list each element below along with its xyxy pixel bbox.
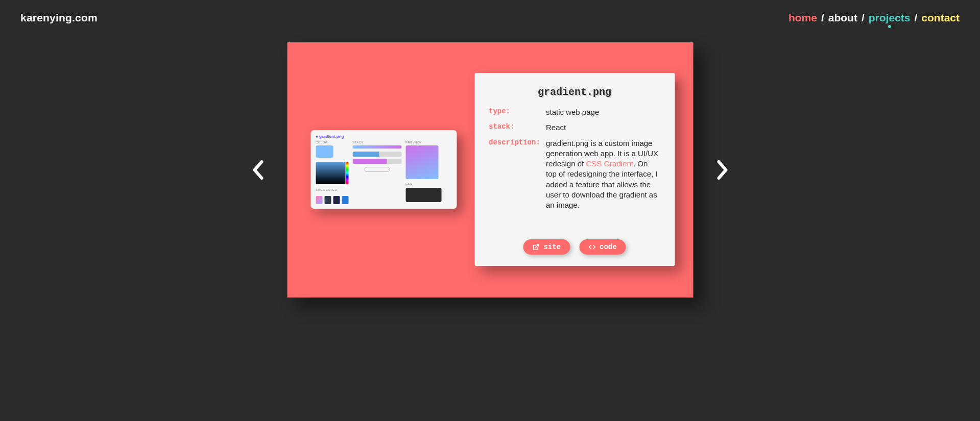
site-button-label: site [543,243,561,251]
thumb-css-box [405,188,441,202]
thumb-preview-label: PREVIEW [405,141,445,144]
nav-separator: / [821,12,824,24]
external-link-icon [532,243,539,251]
nav-separator: / [914,12,917,24]
type-label: type: [489,107,546,117]
project-screenshot: ● gradient.png COLOR SUGGESTED STACK [310,130,457,209]
primary-nav: home / about / projects / contact [788,12,960,24]
stack-value: React [546,122,566,133]
site-button[interactable]: site [523,239,570,255]
header: karenying.com home / about / projects / … [0,0,980,36]
css-gradient-link[interactable]: CSS Gradient [586,159,633,168]
carousel-next-button[interactable] [715,160,729,180]
thumb-swatch [316,145,333,158]
code-icon [588,243,595,251]
chevron-left-icon [251,160,265,180]
thumb-css-label: CSS [405,182,445,185]
description-value: gradient.png is a custom image generatio… [546,138,660,211]
nav-contact[interactable]: contact [921,12,960,24]
carousel-prev-button[interactable] [251,160,265,180]
type-value: static web page [546,107,599,117]
nav-about[interactable]: about [828,12,857,24]
thumb-suggested-swatches [316,196,348,204]
thumb-suggested-label: SUGGESTED [316,188,348,191]
thumb-title: ● gradient.png [316,134,451,139]
project-card: ● gradient.png COLOR SUGGESTED STACK [287,42,693,298]
nav-projects[interactable]: projects [869,12,911,24]
site-logo[interactable]: karenying.com [20,12,98,24]
chevron-right-icon [715,160,729,180]
project-title: gradient.png [489,86,660,98]
thumb-stack-label: STACK [352,141,401,144]
code-button-label: code [600,243,617,251]
thumb-preview-box [405,145,438,179]
code-button[interactable]: code [579,239,626,255]
project-info-card: gradient.png type: static web page stack… [474,73,675,266]
svg-line-0 [535,244,538,247]
stack-label: stack: [489,122,546,133]
thumb-color-picker [316,162,345,184]
thumb-color-label: COLOR [316,141,348,144]
nav-separator: / [862,12,865,24]
description-label: description: [489,138,546,211]
nav-home[interactable]: home [788,12,817,24]
